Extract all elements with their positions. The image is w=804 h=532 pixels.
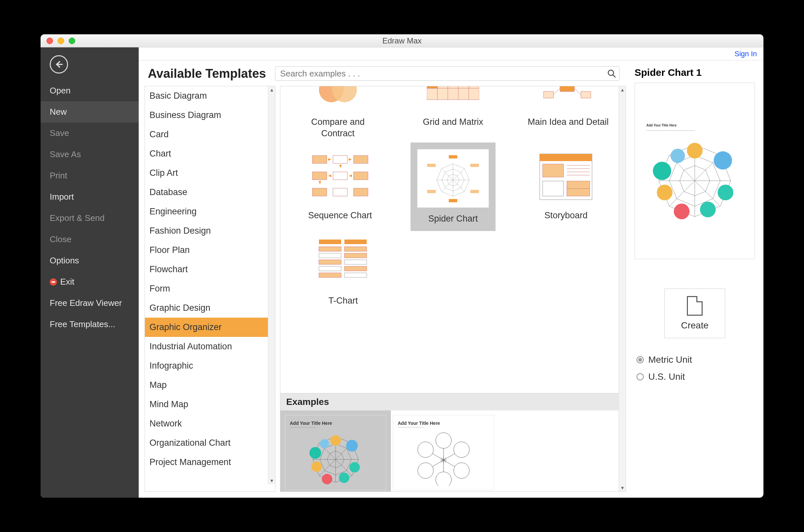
maximize-window-button[interactable] [69, 38, 75, 44]
svg-rect-66 [344, 260, 367, 264]
category-network[interactable]: Network [145, 414, 275, 433]
svg-point-78 [330, 435, 341, 446]
svg-point-111 [687, 143, 702, 158]
scroll-up-icon[interactable]: ▲ [619, 86, 626, 93]
create-button[interactable]: Create [664, 288, 725, 338]
sidebar-item-export-send[interactable]: Export & Send [40, 208, 139, 229]
category-project-management[interactable]: Project Management [145, 453, 275, 472]
sidebar-item-close[interactable]: Close [40, 229, 139, 250]
back-button[interactable] [50, 55, 68, 74]
template-spider-chart[interactable]: Spider Chart [410, 142, 496, 231]
template-main-idea[interactable]: Main Idea and Detail [526, 86, 611, 139]
category-form[interactable]: Form [145, 279, 275, 298]
unit-us[interactable]: U.S. Unit [637, 372, 755, 382]
category-industrial-automation[interactable]: Industrial Automation [145, 337, 275, 356]
sidebar-label: Free Edraw Viewer [50, 298, 122, 308]
sidebar-item-save-as[interactable]: Save As [40, 144, 139, 165]
preview-spider-icon: Add Your Title Here ────────────────────… [636, 115, 754, 226]
radio-icon [637, 373, 644, 380]
close-window-button[interactable] [47, 38, 53, 44]
svg-rect-45 [470, 190, 479, 193]
example-spider-chart-2[interactable]: Add Your Title Here ────────────── [393, 415, 494, 490]
svg-rect-67 [319, 266, 341, 271]
search-input[interactable] [275, 66, 620, 81]
template-storyboard[interactable]: Storyboard [523, 149, 608, 221]
svg-rect-68 [344, 266, 367, 271]
sidebar-label: Save As [50, 149, 81, 159]
templates-scrollbar[interactable]: ▲ ▼ [619, 86, 626, 492]
sidebar-item-print[interactable]: Print [40, 165, 139, 186]
examples-header: Examples [280, 393, 626, 411]
svg-point-85 [320, 439, 329, 448]
svg-rect-60 [344, 240, 367, 244]
template-t-chart[interactable]: T-Chart [300, 234, 386, 306]
svg-line-18 [553, 88, 560, 95]
sidebar-item-options[interactable]: Options [40, 250, 139, 271]
spider-icon [425, 154, 481, 203]
category-organizational-chart[interactable]: Organizational Chart [145, 433, 275, 453]
template-grid[interactable]: Compare and Contract [280, 86, 626, 393]
example-spider-chart-1[interactable]: Add Your Title Here ────────────── [285, 415, 386, 490]
svg-point-115 [674, 204, 690, 219]
svg-rect-69 [319, 273, 341, 278]
search-icon[interactable] [607, 69, 616, 78]
category-card[interactable]: Card [145, 125, 275, 144]
minimize-window-button[interactable] [58, 38, 64, 44]
grid-icon [427, 86, 479, 103]
sidebar-item-import[interactable]: Import [40, 186, 139, 208]
svg-rect-44 [470, 164, 479, 167]
category-business-diagram[interactable]: Business Diagram [145, 106, 275, 125]
template-sequence-chart[interactable]: Sequence Chart [298, 149, 383, 221]
center-panel: Available Templates Basic DiagramBusines… [139, 60, 626, 498]
sign-in-link[interactable]: Sign In [735, 50, 757, 58]
category-chart[interactable]: Chart [145, 144, 275, 164]
sidebar-item-free-edraw-viewer[interactable]: Free Edraw Viewer [40, 292, 139, 314]
category-flowchart[interactable]: Flowchart [145, 260, 275, 279]
sidebar-label: Close [50, 234, 71, 244]
panel-row: Available Templates Basic DiagramBusines… [139, 60, 764, 498]
category-infographic[interactable]: Infographic [145, 356, 275, 376]
category-basic-diagram[interactable]: Basic Diagram [145, 86, 275, 106]
svg-line-20 [574, 88, 581, 95]
sidebar-item-save[interactable]: Save [40, 122, 139, 144]
svg-point-97 [418, 442, 433, 457]
svg-rect-61 [319, 247, 341, 251]
category-floor-plan[interactable]: Floor Plan [145, 241, 275, 260]
sidebar-item-open[interactable]: Open [40, 80, 139, 101]
category-scrollbar[interactable]: ▲ ▼ [268, 86, 275, 484]
category-graphic-organizer[interactable]: Graphic Organizer [145, 318, 275, 337]
svg-line-1 [613, 75, 616, 77]
category-fashion-design[interactable]: Fashion Design [145, 221, 275, 241]
scroll-down-icon[interactable]: ▼ [619, 484, 626, 492]
scroll-up-icon[interactable]: ▲ [268, 86, 275, 93]
sidebar-item-free-templates-[interactable]: Free Templates... [40, 314, 139, 335]
category-mind-map[interactable]: Mind Map [145, 395, 275, 414]
page-title: Available Templates [148, 66, 266, 81]
category-map[interactable]: Map [145, 376, 275, 395]
main: Sign In Available Templates Basic Di [139, 48, 764, 498]
svg-point-0 [608, 70, 614, 75]
sidebar-label: Exit [60, 277, 74, 287]
unit-options: Metric Unit U.S. Unit [635, 355, 755, 382]
category-engineering[interactable]: Engineering [145, 202, 275, 221]
svg-rect-25 [333, 172, 347, 180]
category-database[interactable]: Database [145, 183, 275, 202]
sidebar-item-new[interactable]: New [40, 101, 139, 122]
examples-row[interactable]: Add Your Title Here ────────────── [280, 411, 626, 492]
template-label: Spider Chart [417, 213, 489, 225]
sidebar-item-exit[interactable]: Exit [40, 271, 139, 292]
unit-metric[interactable]: Metric Unit [637, 355, 755, 365]
template-grid-matrix[interactable]: Grid and Matrix [410, 86, 496, 139]
scroll-down-icon[interactable]: ▼ [268, 477, 275, 484]
category-graphic-design[interactable]: Graphic Design [145, 298, 275, 318]
template-compare-contract[interactable]: Compare and Contract [295, 86, 380, 139]
svg-rect-46 [449, 199, 457, 202]
svg-rect-22 [333, 155, 347, 164]
svg-rect-56 [543, 181, 564, 196]
svg-rect-65 [319, 260, 341, 264]
category-clip-art[interactable]: Clip Art [145, 164, 275, 183]
svg-rect-64 [344, 253, 367, 258]
category-list[interactable]: Basic DiagramBusiness DiagramCardChartCl… [145, 86, 275, 492]
svg-rect-23 [353, 155, 368, 164]
svg-rect-59 [319, 240, 341, 244]
